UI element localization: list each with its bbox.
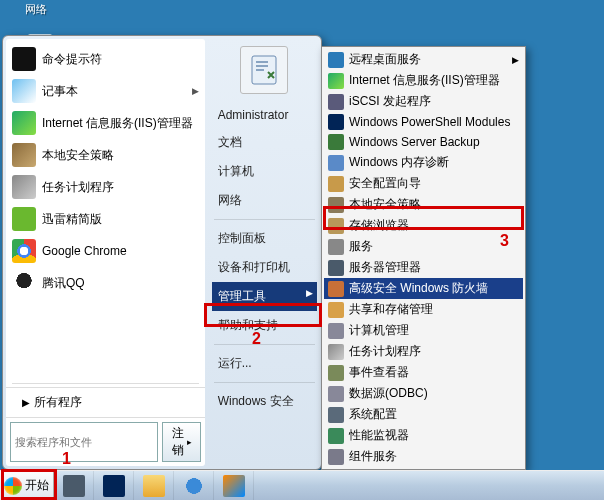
annotation-number-1: 1	[62, 450, 71, 468]
submenu-item-4[interactable]: Windows Server Backup	[324, 132, 523, 152]
submenu-item-10[interactable]: 服务器管理器	[324, 257, 523, 278]
submenu-item-1[interactable]: Internet 信息服务(IIS)管理器	[324, 70, 523, 91]
submenu-item-17[interactable]: 系统配置	[324, 404, 523, 425]
submenu-item-9[interactable]: 服务	[324, 236, 523, 257]
desktop-label: 网络	[6, 2, 66, 17]
submenu-label: iSCSI 发起程序	[349, 93, 431, 110]
start-menu-search-row: 注销 ▸	[6, 417, 205, 466]
submenu-item-11[interactable]: 高级安全 Windows 防火墙	[324, 278, 523, 299]
separator	[214, 344, 315, 345]
server-manager-icon	[63, 475, 85, 497]
right-link-控制面板[interactable]: 控制面板	[212, 224, 317, 253]
tool-icon	[328, 197, 344, 213]
right-link-计算机[interactable]: 计算机	[212, 157, 317, 186]
taskbar-item-ie[interactable]	[174, 471, 214, 500]
submenu-label: 存储浏览器	[349, 217, 409, 234]
program-icon	[12, 239, 36, 263]
annotation-number-3: 3	[500, 232, 509, 250]
program-item-3[interactable]: 本地安全策略	[6, 139, 205, 171]
user-name[interactable]: Administrator	[212, 102, 317, 128]
link-label: 运行...	[218, 356, 252, 370]
submenu-item-5[interactable]: Windows 内存诊断	[324, 152, 523, 173]
right-link-文档[interactable]: 文档	[212, 128, 317, 157]
taskbar-item-server-manager[interactable]	[54, 471, 94, 500]
all-programs[interactable]: ▶ 所有程序	[6, 387, 205, 417]
chevron-right-icon: ▶	[512, 55, 519, 65]
program-item-4[interactable]: 任务计划程序	[6, 171, 205, 203]
submenu-item-16[interactable]: 数据源(ODBC)	[324, 383, 523, 404]
separator	[12, 383, 199, 384]
program-label: 命令提示符	[42, 51, 102, 68]
chevron-right-icon: ▸	[187, 437, 192, 447]
desktop-icon-network[interactable]: 网络	[6, 2, 66, 17]
taskbar-item-explorer[interactable]	[134, 471, 174, 500]
right-link-网络[interactable]: 网络	[212, 186, 317, 215]
start-label: 开始	[25, 477, 49, 494]
tool-icon	[328, 114, 344, 130]
submenu-item-13[interactable]: 计算机管理	[324, 320, 523, 341]
right-link-运行...[interactable]: 运行...	[212, 349, 317, 378]
tool-icon	[328, 73, 344, 89]
submenu-item-19[interactable]: 组件服务	[324, 446, 523, 467]
program-item-2[interactable]: Internet 信息服务(IIS)管理器	[6, 107, 205, 139]
program-label: Google Chrome	[42, 244, 127, 258]
program-item-5[interactable]: 迅雷精简版	[6, 203, 205, 235]
tool-icon	[328, 94, 344, 110]
program-label: 腾讯QQ	[42, 275, 85, 292]
start-menu-programs-list: 命令提示符 记事本 ▶ Internet 信息服务(IIS)管理器 本地安全策略…	[6, 39, 205, 380]
start-button[interactable]: 开始	[0, 471, 54, 500]
chevron-right-icon: ▶	[306, 288, 313, 298]
program-icon	[12, 175, 36, 199]
link-label: Windows 安全	[218, 394, 294, 408]
arrow-right-icon: ▶	[22, 397, 30, 408]
tool-icon	[328, 386, 344, 402]
program-icon	[12, 47, 36, 71]
submenu-item-6[interactable]: 安全配置向导	[324, 173, 523, 194]
program-label: 任务计划程序	[42, 179, 114, 196]
right-link-Windows 安全[interactable]: Windows 安全	[212, 387, 317, 416]
submenu-label: 性能监视器	[349, 427, 409, 444]
submenu-label: 服务	[349, 238, 373, 255]
submenu-label: 任务计划程序	[349, 343, 421, 360]
logout-button[interactable]: 注销 ▸	[162, 422, 201, 462]
program-icon	[12, 207, 36, 231]
submenu-label: 组件服务	[349, 448, 397, 465]
tool-icon	[328, 323, 344, 339]
submenu-label: 本地安全策略	[349, 196, 421, 213]
program-icon	[12, 271, 36, 295]
tool-icon	[328, 365, 344, 381]
right-link-帮助和支持[interactable]: 帮助和支持	[212, 311, 317, 340]
submenu-item-15[interactable]: 事件查看器	[324, 362, 523, 383]
separator	[214, 219, 315, 220]
tool-icon	[328, 134, 344, 150]
program-item-0[interactable]: 命令提示符	[6, 43, 205, 75]
submenu-item-0[interactable]: 远程桌面服务 ▶	[324, 49, 523, 70]
submenu-item-7[interactable]: 本地安全策略	[324, 194, 523, 215]
program-item-7[interactable]: 腾讯QQ	[6, 267, 205, 299]
right-link-设备和打印机[interactable]: 设备和打印机	[212, 253, 317, 282]
logout-label: 注销	[171, 425, 185, 459]
submenu-item-8[interactable]: 存储浏览器	[324, 215, 523, 236]
taskbar-item-powershell[interactable]	[94, 471, 134, 500]
tool-icon	[328, 407, 344, 423]
submenu-item-12[interactable]: 共享和存储管理	[324, 299, 523, 320]
tool-icon	[328, 239, 344, 255]
program-item-6[interactable]: Google Chrome	[6, 235, 205, 267]
submenu-item-18[interactable]: 性能监视器	[324, 425, 523, 446]
windows-logo-icon	[4, 477, 22, 495]
link-label: 设备和打印机	[218, 260, 290, 274]
submenu-label: Windows 内存诊断	[349, 154, 449, 171]
link-label: 网络	[218, 193, 242, 207]
submenu-item-3[interactable]: Windows PowerShell Modules	[324, 112, 523, 132]
right-link-管理工具[interactable]: 管理工具▶	[212, 282, 317, 311]
program-item-1[interactable]: 记事本 ▶	[6, 75, 205, 107]
link-label: 管理工具	[218, 289, 266, 303]
taskbar-item-wmp[interactable]	[214, 471, 254, 500]
all-programs-label: 所有程序	[34, 394, 82, 411]
link-label: 控制面板	[218, 231, 266, 245]
submenu-item-2[interactable]: iSCSI 发起程序	[324, 91, 523, 112]
submenu-item-14[interactable]: 任务计划程序	[324, 341, 523, 362]
search-input[interactable]	[10, 422, 158, 462]
submenu-label: 共享和存储管理	[349, 301, 433, 318]
program-label: 本地安全策略	[42, 147, 114, 164]
